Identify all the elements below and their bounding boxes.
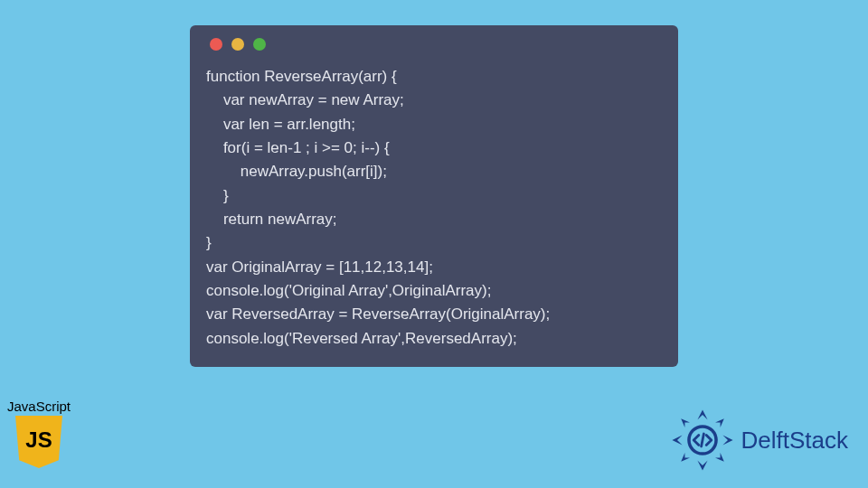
window-traffic-lights — [206, 38, 662, 51]
svg-marker-7 — [715, 453, 724, 462]
javascript-label: JavaScript — [7, 399, 71, 414]
delftstack-logo-icon — [671, 408, 734, 472]
svg-marker-4 — [681, 418, 690, 427]
js-shield-text: JS — [25, 427, 52, 453]
minimize-icon — [231, 38, 244, 51]
delftstack-brand-text: DelftStack — [741, 427, 849, 455]
close-icon — [210, 38, 222, 51]
svg-marker-2 — [672, 435, 682, 445]
svg-marker-0 — [697, 409, 707, 419]
code-window: function ReverseArray(arr) { var newArra… — [190, 25, 678, 367]
javascript-badge: JavaScript JS — [7, 399, 71, 468]
svg-marker-5 — [715, 418, 724, 427]
js-shield-icon: JS — [15, 416, 62, 468]
maximize-icon — [253, 38, 266, 51]
delftstack-brand: DelftStack — [671, 408, 849, 472]
svg-marker-3 — [722, 435, 732, 445]
svg-marker-6 — [681, 453, 690, 462]
svg-marker-1 — [697, 460, 707, 470]
code-block: function ReverseArray(arr) { var newArra… — [206, 65, 662, 351]
